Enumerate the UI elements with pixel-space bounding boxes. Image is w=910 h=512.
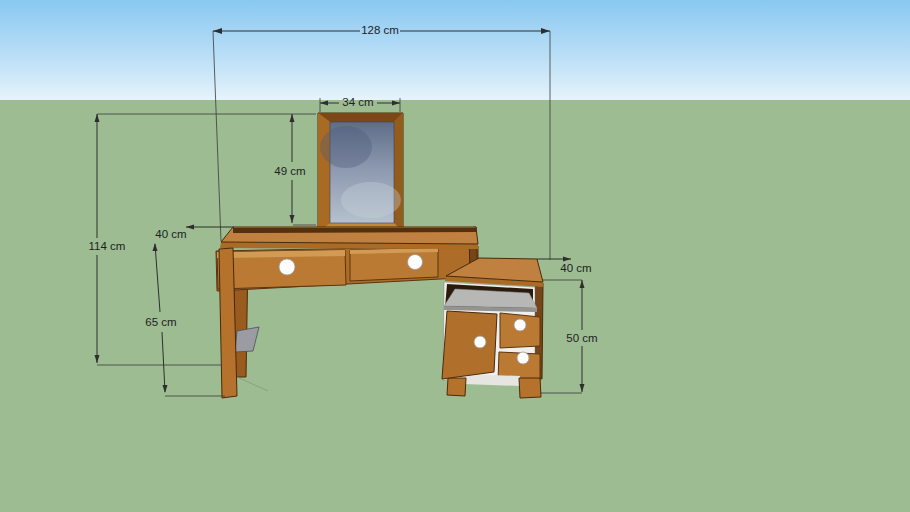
mirror-reflection-light — [341, 182, 401, 218]
dim-label-mirror-height: 49 cm — [274, 165, 305, 177]
cabinet-right-leg — [519, 378, 541, 398]
viewport-3d[interactable]: 128 cm 34 cm 49 cm 40 cm 114 cm 65 cm 40… — [0, 0, 910, 512]
cabinet-drawer-top-knob — [514, 319, 526, 331]
mirror-reflection-dark — [320, 126, 372, 168]
side-cabinet — [442, 258, 543, 398]
dim-label-desk-height: 65 cm — [145, 316, 176, 328]
table-drawer-right-knob — [408, 255, 423, 270]
dim-label-desk-depth: 40 cm — [155, 228, 186, 240]
table-drawer-left-knob — [279, 259, 295, 275]
cabinet-left-leg — [447, 378, 466, 396]
mirror-frame-left-bevel — [318, 113, 330, 232]
mirror — [318, 113, 403, 232]
scene-canvas — [0, 0, 910, 512]
sky — [0, 0, 910, 100]
dim-label-mirror-width: 34 cm — [342, 96, 373, 108]
dim-label-overall-width: 128 cm — [361, 24, 399, 36]
cabinet-base-panel — [464, 374, 520, 386]
dim-label-cabinet-depth: 40 cm — [560, 262, 591, 274]
mirror-frame-top-bevel — [318, 113, 403, 122]
mirror-frame-right-bevel — [394, 113, 403, 232]
dim-label-cabinet-height: 50 cm — [566, 332, 597, 344]
dim-label-overall-height: 114 cm — [89, 240, 126, 252]
cabinet-drawer-bottom-knob — [517, 352, 529, 364]
cabinet-door — [442, 311, 497, 379]
cabinet-door-knob — [474, 336, 486, 348]
